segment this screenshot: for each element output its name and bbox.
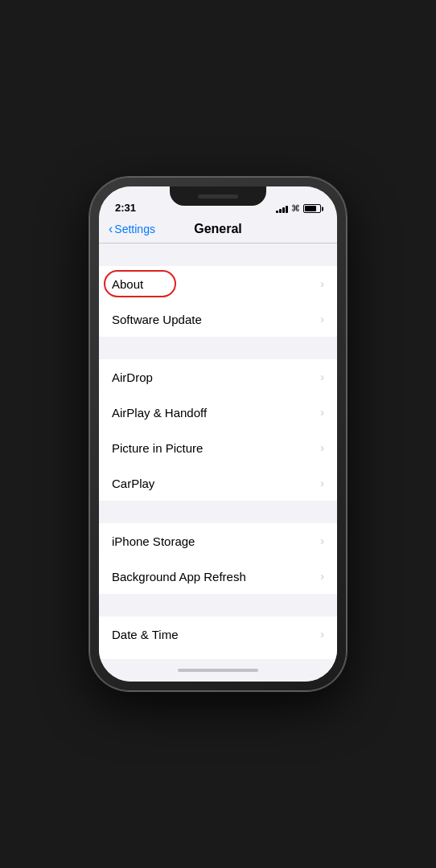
airplay-handoff-label: AirPlay & Handoff [112, 406, 207, 420]
section-third: iPhone Storage › Background App Refresh … [99, 501, 337, 594]
background-app-refresh-chevron-icon: › [320, 570, 324, 583]
settings-list: About › Software Update › AirDrop › [99, 244, 337, 659]
date-time-row[interactable]: Date & Time › [99, 616, 337, 652]
software-update-row[interactable]: Software Update › [99, 301, 337, 337]
background-app-refresh-label: Background App Refresh [112, 570, 246, 583]
speaker [198, 194, 238, 199]
home-bar [178, 669, 258, 672]
section-gap-3 [99, 501, 337, 523]
airdrop-row[interactable]: AirDrop › [99, 359, 337, 395]
section-gap-2 [99, 337, 337, 359]
iphone-storage-label: iPhone Storage [112, 534, 195, 548]
section-gap-4 [99, 594, 337, 616]
home-indicator [99, 659, 337, 682]
airplay-handoff-chevron-icon: › [320, 406, 324, 419]
date-time-chevron-icon: › [320, 628, 324, 641]
signal-bars-icon [276, 205, 288, 213]
nav-bar: ‹ Settings General [99, 219, 337, 244]
airdrop-chevron-icon: › [320, 371, 324, 383]
section-inner-2: AirDrop › AirPlay & Handoff › Picture in… [99, 359, 337, 501]
carplay-label: CarPlay [112, 477, 154, 490]
airdrop-label: AirDrop [112, 371, 153, 384]
carplay-chevron-icon: › [320, 477, 324, 489]
date-time-label: Date & Time [112, 628, 179, 641]
keyboard-row[interactable]: Keyboard › [99, 652, 337, 659]
section-gap [99, 244, 337, 266]
about-label: About [112, 277, 143, 291]
software-update-chevron-icon: › [320, 313, 324, 326]
page-title: General [194, 222, 242, 236]
battery-fill [305, 206, 316, 211]
notch [170, 186, 266, 206]
back-label: Settings [114, 223, 155, 235]
phone-screen: 2:31 ⌘ ‹ Settings General [99, 186, 337, 682]
back-button[interactable]: ‹ Settings [109, 222, 155, 236]
about-chevron-icon: › [320, 277, 324, 290]
status-icons: ⌘ [276, 203, 321, 214]
section-inner-3: iPhone Storage › Background App Refresh … [99, 523, 337, 594]
status-time: 2:31 [115, 202, 136, 214]
back-chevron-icon: ‹ [109, 222, 113, 236]
iphone-storage-row[interactable]: iPhone Storage › [99, 523, 337, 559]
battery-icon [303, 204, 321, 213]
wifi-icon: ⌘ [291, 203, 300, 214]
background-app-refresh-row[interactable]: Background App Refresh › [99, 559, 337, 594]
section-second: AirDrop › AirPlay & Handoff › Picture in… [99, 337, 337, 501]
section-inner-4: Date & Time › Keyboard › Fonts › Languag… [99, 616, 337, 659]
airplay-handoff-row[interactable]: AirPlay & Handoff › [99, 395, 337, 430]
picture-in-picture-chevron-icon: › [320, 441, 324, 454]
section-fourth: Date & Time › Keyboard › Fonts › Languag… [99, 594, 337, 659]
section-first: About › Software Update › [99, 244, 337, 337]
phone-device: 2:31 ⌘ ‹ Settings General [89, 177, 347, 691]
picture-in-picture-label: Picture in Picture [112, 441, 203, 455]
software-update-label: Software Update [112, 313, 202, 326]
section-inner: About › Software Update › [99, 266, 337, 337]
carplay-row[interactable]: CarPlay › [99, 465, 337, 501]
iphone-storage-chevron-icon: › [320, 534, 324, 547]
about-row[interactable]: About › [99, 266, 337, 301]
picture-in-picture-row[interactable]: Picture in Picture › [99, 430, 337, 465]
